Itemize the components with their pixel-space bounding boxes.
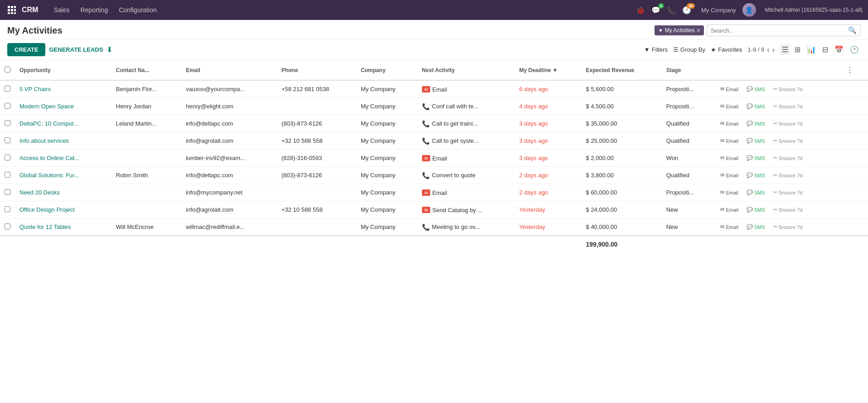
active-filter-tag[interactable]: ▼ My Activities × <box>655 25 704 35</box>
activity-view-btn[interactable]: 🕐 <box>848 44 861 55</box>
nav-configuration[interactable]: Configuration <box>114 5 161 15</box>
filter-tag-close-btn[interactable]: × <box>697 27 700 34</box>
row-checkbox-5[interactable] <box>5 172 10 178</box>
row-checkbox-0[interactable] <box>5 86 10 92</box>
col-next-activity[interactable]: Next Activity <box>417 60 515 80</box>
search-area: ▼ My Activities × 🔍 <box>655 24 861 36</box>
col-phone[interactable]: Phone <box>277 60 356 80</box>
col-company[interactable]: Company <box>356 60 417 80</box>
col-revenue[interactable]: Expected Revenue <box>582 60 662 80</box>
apps-menu-icon[interactable] <box>5 4 18 16</box>
list-view-btn[interactable]: ☰ <box>780 44 790 55</box>
cell-actions: ✉ Email 💬 SMS ✂ Snooze 7d <box>713 132 840 150</box>
kanban-view-btn[interactable]: ⊞ <box>793 44 802 55</box>
phone-icon-btn[interactable]: 📞 <box>667 6 676 15</box>
action-email-btn[interactable]: ✉ Email <box>718 223 741 231</box>
row-checkbox-4[interactable] <box>5 155 10 160</box>
download-button[interactable]: ⬇ <box>107 45 112 54</box>
generate-leads-button[interactable]: GENERATE LEADS <box>49 46 103 53</box>
favorites-button[interactable]: ★ Favorites <box>711 46 742 53</box>
cell-opportunity[interactable]: Info about services <box>15 132 112 150</box>
action-snooze-btn[interactable]: ✂ Snooze 7d <box>771 102 805 111</box>
filter-funnel-icon: ▼ <box>658 28 663 33</box>
app-brand[interactable]: CRM <box>22 6 38 14</box>
action-email-btn[interactable]: ✉ Email <box>718 102 741 111</box>
action-sms-btn[interactable]: 💬 SMS <box>744 171 768 180</box>
avatar[interactable]: 👤 <box>742 3 756 17</box>
col-options-btn[interactable]: ⋮ <box>844 64 855 76</box>
cell-contact: Robin Smith <box>112 167 181 184</box>
filters-button[interactable]: ▼ Filters <box>644 46 668 53</box>
calendar-view-btn[interactable]: 📅 <box>833 44 845 55</box>
pagination-prev[interactable]: ‹ <box>767 46 769 54</box>
cell-opportunity[interactable]: Office Design Project <box>15 201 112 218</box>
action-sms-btn[interactable]: 💬 SMS <box>744 205 768 214</box>
cell-opportunity[interactable]: DeltaPC: 10 Comput... <box>15 115 112 132</box>
cell-opportunity[interactable]: Need 20 Desks <box>15 184 112 201</box>
create-button[interactable]: CREATE <box>7 43 45 56</box>
group-by-button[interactable]: ☰ Group By <box>673 46 705 53</box>
cell-next-activity: 📞 Convert to quote <box>417 167 515 184</box>
action-snooze-btn[interactable]: ✂ Snooze 7d <box>771 171 805 180</box>
pivot-view-btn[interactable]: ⊟ <box>820 44 830 55</box>
action-email-btn[interactable]: ✉ Email <box>718 171 741 180</box>
select-all-checkbox[interactable] <box>5 67 10 73</box>
group-by-label: Group By <box>680 46 705 53</box>
cell-revenue: $ 5,600.00 <box>582 80 662 98</box>
search-input[interactable] <box>711 27 848 34</box>
cell-opportunity[interactable]: 5 VP Chairs <box>15 80 112 98</box>
action-snooze-btn[interactable]: ✂ Snooze 7d <box>771 119 805 128</box>
cell-stage: New <box>662 201 713 218</box>
action-sms-btn[interactable]: 💬 SMS <box>744 85 768 93</box>
action-snooze-btn[interactable]: ✂ Snooze 7d <box>771 136 805 145</box>
cell-actions: ✉ Email 💬 SMS ✂ Snooze 7d <box>713 167 840 184</box>
action-snooze-btn[interactable]: ✂ Snooze 7d <box>771 154 805 162</box>
row-checkbox-8[interactable] <box>5 223 10 229</box>
action-sms-btn[interactable]: 💬 SMS <box>744 136 768 145</box>
action-snooze-btn[interactable]: ✂ Snooze 7d <box>771 188 805 197</box>
bug-icon-btn[interactable]: 🐞 <box>636 6 645 15</box>
cell-revenue: $ 3,800.00 <box>582 167 662 184</box>
action-sms-btn[interactable]: 💬 SMS <box>744 188 768 197</box>
row-checkbox-7[interactable] <box>5 206 10 212</box>
clock-icon-btn[interactable]: 🕐 38 <box>682 6 691 15</box>
cell-revenue: $ 60,000.00 <box>582 184 662 201</box>
cell-next-activity: ✉ Email <box>417 184 515 201</box>
row-checkbox-2[interactable] <box>5 120 10 126</box>
action-snooze-btn[interactable]: ✂ Snooze 7d <box>771 223 805 231</box>
action-email-btn[interactable]: ✉ Email <box>718 85 741 93</box>
cell-actions: ✉ Email 💬 SMS ✂ Snooze 7d <box>713 80 840 98</box>
row-checkbox-3[interactable] <box>5 137 10 143</box>
col-stage[interactable]: Stage <box>662 60 713 80</box>
col-deadline[interactable]: My Deadline ▼ <box>514 60 581 80</box>
action-snooze-btn[interactable]: ✂ Snooze 7d <box>771 85 805 93</box>
action-email-btn[interactable]: ✉ Email <box>718 119 741 128</box>
cell-opportunity[interactable]: Quote for 12 Tables <box>15 218 112 236</box>
nav-reporting[interactable]: Reporting <box>76 5 112 15</box>
cell-opportunity[interactable]: Access to Online Cat... <box>15 150 112 167</box>
chat-icon-btn[interactable]: 💬 6 <box>651 6 660 15</box>
phone-activity-icon: 📞 <box>422 223 430 231</box>
row-checkbox-1[interactable] <box>5 103 10 109</box>
search-icon[interactable]: 🔍 <box>848 26 857 34</box>
snooze-action-icon: ✂ <box>773 224 777 230</box>
col-email[interactable]: Email <box>181 60 277 80</box>
pagination-next[interactable]: › <box>772 46 775 54</box>
row-checkbox-6[interactable] <box>5 189 10 195</box>
action-email-btn[interactable]: ✉ Email <box>718 205 741 214</box>
action-email-btn[interactable]: ✉ Email <box>718 188 741 197</box>
cell-opportunity[interactable]: Global Solutions: Fur... <box>15 167 112 184</box>
action-email-btn[interactable]: ✉ Email <box>718 154 741 162</box>
nav-sales[interactable]: Sales <box>49 5 74 15</box>
action-sms-btn[interactable]: 💬 SMS <box>744 119 768 128</box>
cell-opportunity[interactable]: Modern Open Space <box>15 98 112 115</box>
action-sms-btn[interactable]: 💬 SMS <box>744 223 768 231</box>
action-sms-btn[interactable]: 💬 SMS <box>744 102 768 111</box>
action-email-btn[interactable]: ✉ Email <box>718 136 741 145</box>
action-snooze-btn[interactable]: ✂ Snooze 7d <box>771 205 805 214</box>
col-contact[interactable]: Contact Na... <box>112 60 181 80</box>
action-sms-btn[interactable]: 💬 SMS <box>744 154 768 162</box>
cell-email: lumber-inv92@exam... <box>181 150 277 167</box>
graph-view-btn[interactable]: 📊 <box>805 44 818 55</box>
col-opportunity[interactable]: Opportunity <box>15 60 112 80</box>
